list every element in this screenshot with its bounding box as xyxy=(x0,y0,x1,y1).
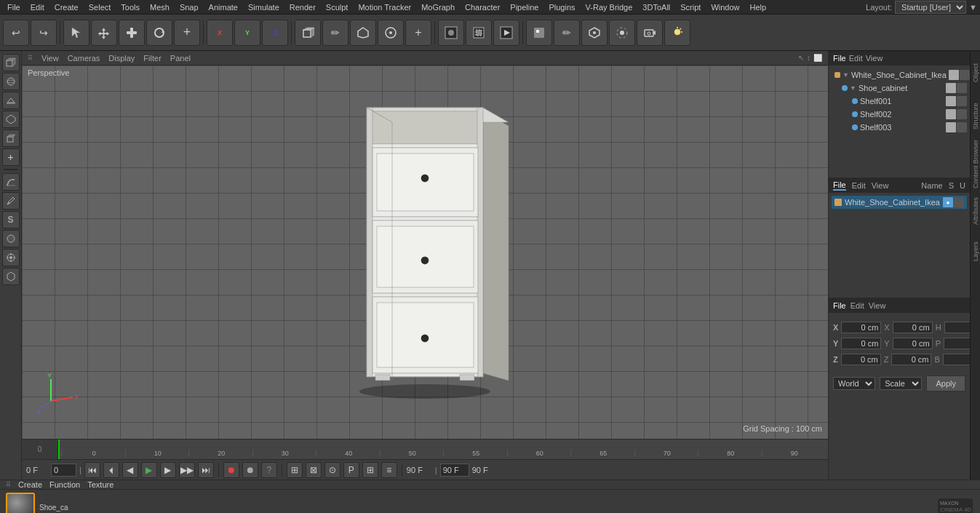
menu-vray[interactable]: V-Ray Bridge xyxy=(581,0,637,15)
edges-mode-button[interactable] xyxy=(350,20,376,46)
obj-vis-btn[interactable]: ● xyxy=(943,197,953,207)
viewport-tab-cameras[interactable]: Cameras xyxy=(68,54,100,63)
menu-edit[interactable]: Edit xyxy=(26,0,49,15)
tool-target[interactable] xyxy=(2,249,20,266)
tool-curve[interactable] xyxy=(2,173,20,191)
tool-plane[interactable] xyxy=(2,92,20,109)
root-vis-btn[interactable] xyxy=(949,70,959,80)
menu-file[interactable]: File xyxy=(3,0,25,15)
tool-cube[interactable] xyxy=(2,54,20,71)
shelf002-vis-btn[interactable] xyxy=(946,109,956,119)
axis-z-button[interactable]: Z xyxy=(262,20,288,46)
menu-motion-tracker[interactable]: Motion Tracker xyxy=(354,0,415,15)
attr-x-size[interactable] xyxy=(893,322,933,333)
obj-lock-btn[interactable] xyxy=(954,197,964,207)
menu-help[interactable]: Help xyxy=(746,0,771,15)
mat-menu-function[interactable]: Function xyxy=(49,480,80,489)
add-obj-button[interactable]: + xyxy=(405,20,431,46)
menu-mesh[interactable]: Mesh xyxy=(146,0,174,15)
viewport[interactable]: Perspective xyxy=(22,65,828,439)
tree-item-root[interactable]: ▼ White_Shoe_Cabinet_Ikea xyxy=(832,68,967,81)
tool-hex[interactable] xyxy=(2,268,20,285)
obj-header-file[interactable]: File xyxy=(833,54,846,63)
material-button[interactable] xyxy=(526,20,552,46)
add-tool-button[interactable]: + xyxy=(174,20,200,46)
list-button[interactable]: ≡ xyxy=(381,462,397,478)
tool-add[interactable]: + xyxy=(2,148,20,166)
shelf001-lock-btn[interactable] xyxy=(957,96,967,106)
next-key-button[interactable]: ▶ xyxy=(160,462,176,478)
record-button[interactable]: ⏺ xyxy=(223,462,239,478)
select-tool-button[interactable] xyxy=(63,20,89,46)
key-button[interactable]: ? xyxy=(261,462,277,478)
soft-sel-button[interactable] xyxy=(609,20,635,46)
attr-x-pos[interactable] xyxy=(841,322,881,333)
undo-button[interactable]: ↩ xyxy=(3,20,29,46)
tool-extrude[interactable] xyxy=(2,130,20,147)
tree-item-shoe-cabinet[interactable]: ▼ Shoe_cabinet xyxy=(832,81,967,95)
obj-list-edit[interactable]: Edit xyxy=(852,181,866,190)
render-button[interactable] xyxy=(493,20,519,46)
param-button[interactable]: P xyxy=(343,462,359,478)
attr-y-pos[interactable] xyxy=(841,338,881,349)
menu-animate[interactable]: Animate xyxy=(204,0,242,15)
rotate-tool-button[interactable] xyxy=(146,20,172,46)
attr-y-size[interactable] xyxy=(893,338,933,349)
shelf003-vis-btn[interactable] xyxy=(946,122,956,132)
light-button[interactable] xyxy=(664,20,690,46)
scale-system-select[interactable]: Scale Size xyxy=(880,377,922,390)
points-mode-button[interactable]: ✏ xyxy=(322,20,348,46)
autokey-button[interactable]: ⏺ xyxy=(242,462,258,478)
object-mode-button[interactable] xyxy=(295,20,321,46)
viewport-tab-view[interactable]: View xyxy=(41,54,59,63)
menu-window[interactable]: Window xyxy=(706,0,744,15)
shelf001-vis-btn[interactable] xyxy=(946,96,956,106)
viewport-tab-filter[interactable]: Filter xyxy=(143,54,161,63)
obj-list-view[interactable]: View xyxy=(872,181,889,190)
side-tab-attributes[interactable]: Attributes xyxy=(971,189,980,233)
apply-button[interactable]: Apply xyxy=(926,375,965,391)
menu-tools[interactable]: Tools xyxy=(116,0,144,15)
next-frame-button[interactable]: ▶▶ xyxy=(179,462,195,478)
menu-mograph[interactable]: MoGraph xyxy=(417,0,459,15)
menu-character[interactable]: Character xyxy=(461,0,504,15)
mat-menu-create[interactable]: Create xyxy=(18,480,42,489)
menu-3dtoall[interactable]: 3DToAll xyxy=(638,0,674,15)
obj-row-white-shoe[interactable]: White_Shoe_Cabinet_Ikea ● xyxy=(832,196,967,209)
shelf002-lock-btn[interactable] xyxy=(957,109,967,119)
menu-plugins[interactable]: Plugins xyxy=(544,0,579,15)
side-tab-content[interactable]: Content Browser xyxy=(971,138,980,189)
prev-key-button[interactable]: ◀ xyxy=(122,462,138,478)
menu-pipeline[interactable]: Pipeline xyxy=(506,0,543,15)
material-slot[interactable] xyxy=(6,493,35,513)
attr-z-size[interactable] xyxy=(891,354,931,365)
end-frame-input[interactable] xyxy=(440,464,469,477)
viewport-tab-display[interactable]: Display xyxy=(108,54,135,63)
motion-button[interactable]: ⊙ xyxy=(324,462,340,478)
tree-item-shelf002[interactable]: Shelf002 xyxy=(832,108,967,121)
obj-header-edit[interactable]: Edit xyxy=(849,54,863,63)
menu-script[interactable]: Script xyxy=(676,0,705,15)
attr-z-pos[interactable] xyxy=(841,354,881,365)
shelf003-lock-btn[interactable] xyxy=(957,122,967,132)
obj-header-view[interactable]: View xyxy=(866,54,883,63)
current-frame-input[interactable] xyxy=(51,464,76,477)
menu-snap[interactable]: Snap xyxy=(175,0,203,15)
menu-render[interactable]: Render xyxy=(285,0,320,15)
tool-circle[interactable] xyxy=(2,230,20,247)
render-region-button[interactable] xyxy=(466,20,492,46)
menu-sculpt[interactable]: Sculpt xyxy=(322,0,353,15)
sync-button[interactable]: ⊠ xyxy=(306,462,322,478)
scale-tool-button[interactable] xyxy=(119,20,145,46)
poly-mode-button[interactable] xyxy=(378,20,404,46)
axis-x-button[interactable]: X xyxy=(207,20,233,46)
shoe-lock-btn[interactable] xyxy=(957,83,967,93)
obj-list-file[interactable]: File xyxy=(833,180,846,191)
render-view-button[interactable] xyxy=(438,20,464,46)
attr-tab-edit[interactable]: Edit xyxy=(850,301,864,310)
tree-item-shelf003[interactable]: Shelf003 xyxy=(832,121,967,134)
menu-create[interactable]: Create xyxy=(50,0,83,15)
tree-item-shelf001[interactable]: Shelf001 xyxy=(832,95,967,108)
go-start-button[interactable]: ⏮ xyxy=(84,462,100,478)
coord-system-select[interactable]: World Object xyxy=(833,377,875,390)
